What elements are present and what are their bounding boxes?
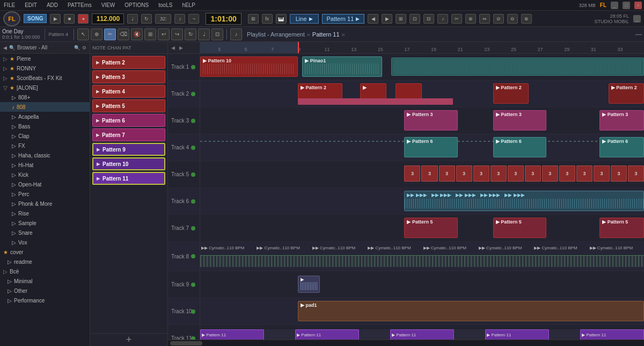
zoom-in-tool[interactable]: ⊕ xyxy=(91,28,103,40)
track-content-7[interactable]: ▶ Pattern 5 ▶ Pattern 5 ▶ Pattern 5 xyxy=(200,215,644,241)
redo-tool[interactable]: ↪ xyxy=(171,28,183,40)
minimize-button[interactable]: _ xyxy=(611,2,618,9)
undo-tool[interactable]: ↩ xyxy=(158,28,170,40)
track-content-6[interactable]: ▶▶ ▶▶▶ ▶▶ ▶▶▶ ▶▶ ▶▶▶ ▶▶ ▶▶▶ ▶▶ ▶▶▶ xyxy=(200,188,644,214)
breadcrumb-pattern[interactable]: Pattern 11 xyxy=(312,31,340,38)
sidebar-item-808plus[interactable]: ▷ 808+ xyxy=(0,92,90,102)
menu-add[interactable]: ADD xyxy=(45,2,60,9)
pattern11-block[interactable]: ▶ Pattern 11 xyxy=(390,329,454,340)
play-button[interactable]: ▶ xyxy=(50,14,61,24)
pattern-item-10[interactable]: Pattern 10 xyxy=(92,157,165,170)
track-content-8[interactable]: ▶▶ Cymatic..110 BPM ▶▶ Cymatic..110 BPM … xyxy=(200,242,644,271)
track-content-9[interactable]: ▶ xyxy=(200,271,644,298)
mini-block[interactable]: 3 xyxy=(508,165,524,182)
mini-block[interactable]: 3 xyxy=(456,165,472,182)
sidebar-item-haha[interactable]: ▷ Haha, classic xyxy=(0,150,90,160)
sidebar-item-phonk[interactable]: ▷ Phonk & More xyxy=(0,199,90,208)
track-dot-2[interactable] xyxy=(191,92,195,96)
note-icon[interactable]: ♪ xyxy=(437,14,448,24)
cut-icon[interactable]: ✂ xyxy=(451,14,462,24)
eraser-tool[interactable]: ⌫ xyxy=(118,28,129,40)
audio-icon[interactable]: ♪ xyxy=(230,28,242,40)
mini-block[interactable]: 3 xyxy=(421,165,437,182)
sidebar-item-performance[interactable]: ▷ Performance xyxy=(0,295,90,305)
mini-block[interactable]: 3 xyxy=(559,165,575,182)
pattern-item-4[interactable]: Pattern 4 xyxy=(92,85,165,98)
record-button[interactable]: ● xyxy=(78,14,89,24)
track-dot-7[interactable] xyxy=(191,226,195,230)
track-dot-6[interactable] xyxy=(191,199,195,204)
sidebar-item-bass[interactable]: ▷ Bass xyxy=(0,121,90,131)
horizontal-scrollbar[interactable] xyxy=(168,340,644,346)
track-block-pattern6c[interactable]: ▶ Pattern 6 xyxy=(599,137,644,157)
fill-tool[interactable]: ⊡ xyxy=(211,28,223,40)
sidebar-item-snare[interactable]: ▷ Snare xyxy=(0,228,90,237)
sidebar-item-pierre[interactable]: ▷ ★ Pierre xyxy=(0,54,90,63)
stop-button[interactable]: ■ xyxy=(64,14,75,24)
track-content-3[interactable]: ▶ Pattern 3 ▶ Pattern 3 ▶ Pattern 3 xyxy=(200,107,644,134)
track-content-4[interactable]: ▶ Pattern 6 ▶ Pattern 6 ▶ Pattern 6 xyxy=(200,134,644,161)
sidebar-item-hihat[interactable]: ▷ Hi-Hat xyxy=(0,160,90,170)
add-pattern-button[interactable]: + xyxy=(90,333,167,346)
sidebar-item-readme[interactable]: ▷ readme xyxy=(0,257,90,266)
close-button[interactable]: × xyxy=(634,2,642,9)
mini-block[interactable]: 3 xyxy=(473,165,489,182)
track-block-pattern6a[interactable]: ▶ Pattern 6 xyxy=(404,137,457,157)
pencil-tool[interactable]: ✏ xyxy=(104,28,116,40)
track-block-9a[interactable]: ▶ xyxy=(298,276,320,293)
menu-help[interactable]: hELP xyxy=(180,2,196,9)
pattern-item-2[interactable]: Pattern 2 xyxy=(92,56,165,69)
pattern-item-6[interactable]: Pattern 6 xyxy=(92,114,165,127)
sidebar-back-icon[interactable]: ◀ xyxy=(3,45,7,51)
pattern-selector[interactable]: Pattern 11 ▶ xyxy=(322,14,365,24)
breadcrumb-playlist[interactable]: Playlist - Arrangement xyxy=(247,31,305,38)
sidebar-item-alone[interactable]: ▽ ★ [ALONE] xyxy=(0,83,90,92)
playlist-close-button[interactable]: — xyxy=(635,31,642,38)
sidebar-item-cover[interactable]: ★ cover xyxy=(0,247,90,257)
pattern-item-9[interactable]: Pattern 9 xyxy=(92,143,165,156)
pattern-item-3[interactable]: Pattern 3 xyxy=(92,70,165,83)
pattern-prev[interactable]: ◀ xyxy=(368,14,378,24)
track-block-pattern3a[interactable]: ▶ Pattern 3 xyxy=(404,110,457,131)
track-block-pattern2e[interactable]: ▶ Pattern 2 xyxy=(609,83,644,104)
menu-file[interactable]: FILE xyxy=(2,2,17,9)
sidebar-item-openhat[interactable]: ▷ Open-Hat xyxy=(0,179,90,189)
sidebar-item-kick[interactable]: ▷ Kick xyxy=(0,170,90,179)
track-dot-10[interactable] xyxy=(191,309,195,314)
loop-tool[interactable]: ↻ xyxy=(185,28,196,40)
track-dot-3[interactable] xyxy=(191,119,195,123)
track-content-11[interactable]: ▶ Pattern 11 ▶ Pattern 11 ▶ Pattern 11 ▶… xyxy=(200,325,644,340)
mini-block[interactable]: 3 xyxy=(542,165,558,182)
sidebar-item-808[interactable]: ♪ 808 xyxy=(0,102,90,112)
maximize-button[interactable]: □ xyxy=(623,2,630,9)
sidebar-item-perc[interactable]: ▷ Perc xyxy=(0,189,90,199)
mini-block[interactable]: 3 xyxy=(525,165,541,182)
track-dot-8[interactable] xyxy=(191,254,195,258)
sidebar-item-scori[interactable]: ▷ ★ ScoriBeats - FX Kit xyxy=(0,73,90,83)
track-block-pattern5b[interactable]: ▶ Pattern 5 xyxy=(493,218,546,238)
magnet-icon[interactable]: ⊟ xyxy=(423,14,434,24)
track-block-pattern10[interactable]: ▶ Pattern 10 xyxy=(200,56,298,77)
slice-icon[interactable]: ⊖ xyxy=(507,14,518,24)
fl-knob[interactable]: FL xyxy=(3,11,20,26)
mini-block[interactable]: 3 xyxy=(404,165,420,182)
sidebar-settings-icon[interactable]: ⚙ xyxy=(82,45,86,51)
sidebar-item-sample[interactable]: ▷ Sample xyxy=(0,218,90,228)
sidebar-item-rise[interactable]: ▷ Rise xyxy=(0,208,90,218)
menu-tools[interactable]: tooLS xyxy=(157,2,174,9)
transport-minimize[interactable]: _ xyxy=(633,15,641,23)
snap-icon[interactable]: ⊡ xyxy=(409,14,420,24)
menu-patterns[interactable]: PATTErns xyxy=(66,2,93,9)
pattern11-block[interactable]: ▶ Pattern 11 xyxy=(580,329,644,340)
pattern11-block[interactable]: ▶ Pattern 11 xyxy=(200,329,264,340)
track-block-pattern6b[interactable]: ▶ Pattern 6 xyxy=(493,137,546,157)
track-content-5[interactable]: 3 3 3 3 3 3 3 3 3 3 3 3 3 3 xyxy=(200,161,644,188)
scrollbar-thumb[interactable] xyxy=(170,341,202,345)
track-dot-9[interactable] xyxy=(191,283,195,287)
grid-icon[interactable]: ⊞ xyxy=(396,14,406,24)
track-dot-1[interactable] xyxy=(191,65,195,69)
track-block-pattern2d[interactable]: ▶ Pattern 2 xyxy=(493,83,529,104)
track-block-pattern5a[interactable]: ▶ Pattern 5 xyxy=(404,218,457,238)
vol-btn[interactable]: ♪ xyxy=(174,14,185,24)
track-block-piano1[interactable]: ▶ Pinao1 xyxy=(302,56,382,77)
